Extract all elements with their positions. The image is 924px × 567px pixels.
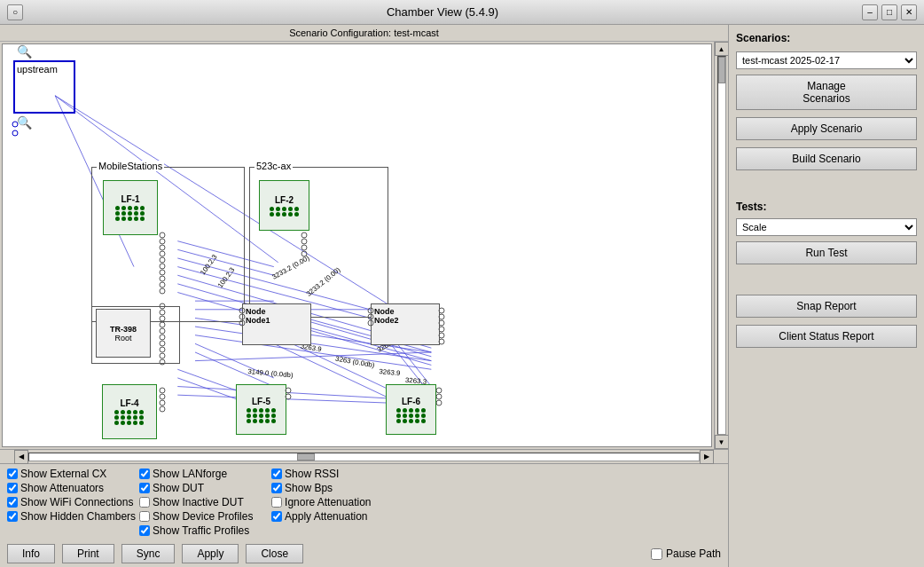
device-lf2[interactable]: LF-2 [259, 180, 309, 231]
tests-label: Tests: [736, 201, 917, 213]
checkbox-show-rssi[interactable]: Show RSSI [271, 468, 391, 480]
checkbox-show-wifi-connections[interactable]: Show WiFi Connections [7, 496, 136, 508]
checkbox-show-traffic-profiles[interactable]: Show Traffic Profiles [139, 524, 268, 537]
main-container: Scenario Configuration: test-mcast [0, 25, 924, 567]
info-button[interactable]: Info [7, 544, 55, 563]
maximize-button[interactable]: □ [881, 4, 897, 20]
device-lf4[interactable]: LF-4 [102, 384, 157, 439]
apply-button[interactable]: Apply [182, 544, 239, 563]
checkbox-show-hidden-chambers[interactable]: Show Hidden Chambers [7, 510, 136, 523]
horizontal-scrollbar[interactable]: ◀ ▶ [0, 449, 728, 463]
device-lf1[interactable]: LF-1 [103, 180, 158, 235]
upstream-label: upstream [17, 64, 58, 75]
manage-scenarios-button[interactable]: Manage Scenarios [736, 75, 917, 110]
checkbox-show-lanforge[interactable]: Show LANforge [139, 468, 268, 480]
svg-text:3263.9: 3263.9 [379, 367, 401, 377]
group-mobileStations: MobileStations LF-1 [91, 167, 245, 322]
snap-report-button[interactable]: Snap Report [736, 295, 917, 318]
build-scenario-button[interactable]: Build Scenario [736, 147, 917, 170]
checkbox-show-dut[interactable]: Show DUT [139, 482, 268, 494]
tests-dropdown[interactable]: Scale [736, 218, 917, 236]
run-test-button[interactable]: Run Test [736, 241, 917, 264]
zoom-out-icon[interactable]: 🔍 [17, 115, 32, 130]
scenario-select-row: test-mcast 2025-02-17 [736, 51, 917, 69]
h-scroll-thumb[interactable] [297, 453, 315, 461]
title-bar-left: ○ [7, 4, 23, 20]
window-controls: – □ ✕ [862, 4, 917, 20]
device-tr398[interactable]: TR-398 Root [96, 309, 151, 358]
section-gap-2 [736, 272, 917, 289]
minimize-button[interactable]: – [862, 4, 878, 20]
right-panel: Scenarios: test-mcast 2025-02-17 Manage … [729, 25, 924, 567]
checkbox-show-bps[interactable]: Show Bps [271, 482, 391, 494]
sync-button[interactable]: Sync [121, 544, 176, 563]
group-523cax-label: 523c-ax [254, 161, 293, 171]
upstream-node[interactable]: upstream 🔍 🔍 [13, 60, 75, 114]
node-node1[interactable]: Node Node1 [242, 303, 311, 345]
svg-line-21 [177, 395, 404, 404]
window-title: Chamber View (5.4.9) [23, 5, 862, 19]
pause-path-checkbox[interactable] [651, 548, 662, 560]
scroll-left-arrow[interactable]: ◀ [14, 450, 28, 464]
tests-select-row: Scale [736, 218, 917, 236]
scroll-thumb[interactable] [718, 57, 725, 83]
checkbox-show-inactive-dut[interactable]: Show Inactive DUT [139, 496, 268, 508]
checkbox-show-device-profiles[interactable]: Show Device Profiles [139, 510, 268, 523]
device-lf6[interactable]: LF-6 [386, 384, 436, 435]
bottom-controls: Show External CX Show Attenuators Show W… [0, 463, 728, 567]
checkbox-apply-attenuation[interactable]: Apply Attenuation [271, 510, 391, 523]
scenario-bar: Scenario Configuration: test-mcast [0, 25, 728, 42]
scroll-down-arrow[interactable]: ▼ [715, 435, 729, 449]
checkbox-show-external-cx[interactable]: Show External CX [7, 468, 136, 480]
zoom-in-icon[interactable]: 🔍 [17, 44, 32, 59]
svg-line-20 [177, 387, 404, 399]
group-mobileStations-label: MobileStations [97, 161, 164, 171]
group-523cax: 523c-ax LF-2 [249, 167, 388, 318]
canvas-area[interactable]: 100.2.3 100.2.3 3233.2 (0.00) 3233.2 (0.… [2, 43, 712, 447]
pause-path-label: Pause Path [666, 547, 721, 560]
device-lf5[interactable]: LF-5 [236, 384, 286, 435]
client-status-report-button[interactable]: Client Status Report [736, 325, 917, 348]
scroll-right-arrow[interactable]: ▶ [700, 450, 714, 464]
section-gap [736, 177, 917, 195]
close-action-button[interactable]: Close [246, 544, 303, 563]
scroll-track[interactable] [717, 56, 726, 435]
scenarios-label: Scenarios: [736, 32, 917, 44]
checkbox-ignore-attenuation[interactable]: Ignore Attenuation [271, 496, 391, 508]
action-row: Info Print Sync Apply Close Pause Path [7, 540, 721, 563]
pause-path-control: Pause Path [651, 547, 721, 560]
title-bar: ○ Chamber View (5.4.9) – □ ✕ [0, 0, 924, 25]
scenario-dropdown[interactable]: test-mcast 2025-02-17 [736, 51, 917, 69]
close-button[interactable]: ✕ [901, 4, 917, 20]
canvas-row: 100.2.3 100.2.3 3233.2 (0.00) 3233.2 (0.… [0, 42, 728, 449]
print-button[interactable]: Print [62, 544, 114, 563]
app-icon-btn[interactable]: ○ [7, 4, 23, 20]
svg-text:3149.0 (0.0db): 3149.0 (0.0db) [247, 367, 294, 379]
vertical-scrollbar[interactable]: ▲ ▼ [714, 42, 728, 449]
checkbox-show-attenuators[interactable]: Show Attenuators [7, 482, 136, 494]
h-scroll-track[interactable] [28, 453, 700, 461]
apply-scenario-button[interactable]: Apply Scenario [736, 117, 917, 140]
node-node2[interactable]: Node Node2 [371, 303, 440, 345]
canvas-panel: Scenario Configuration: test-mcast [0, 25, 729, 567]
group-tr398: TR-398 Root [91, 306, 180, 364]
scroll-up-arrow[interactable]: ▲ [715, 42, 729, 56]
